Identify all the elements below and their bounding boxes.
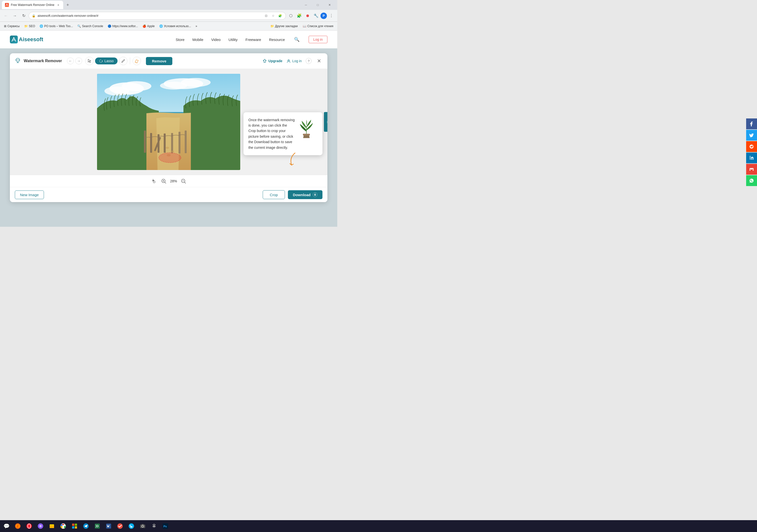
lasso-tool-button[interactable]: Lasso: [95, 58, 117, 65]
svg-rect-21: [303, 134, 310, 135]
tool-card-header: Watermark Remover ← →: [10, 53, 327, 69]
cursor-tool-button[interactable]: [85, 57, 94, 65]
nav-freeware[interactable]: Freeware: [245, 38, 261, 42]
apple-favicon: 🍎: [142, 24, 146, 28]
svg-rect-10: [150, 133, 152, 153]
tool-title-icon: [15, 58, 22, 65]
address-bar[interactable]: 🔒 aiseesoft.com/watermark-remover-online…: [29, 12, 286, 20]
record-button[interactable]: ⏺: [304, 12, 312, 20]
bookmark-search-console[interactable]: 🔍 Search Console: [75, 23, 105, 29]
share-button[interactable]: ⬡: [287, 12, 295, 20]
plant-illustration: [298, 117, 318, 150]
svg-point-18: [170, 151, 174, 153]
remove-button[interactable]: Remove: [146, 57, 172, 65]
zoom-in-button[interactable]: [160, 178, 167, 184]
nav-resource[interactable]: Resource: [269, 38, 285, 42]
nav-utility[interactable]: Utility: [228, 38, 238, 42]
zoom-bar: 28%: [10, 175, 327, 187]
menu-button[interactable]: ⋮: [327, 12, 335, 20]
folder-icon-seo: 📁: [24, 24, 28, 28]
zoom-level: 28%: [170, 179, 177, 183]
bookmark-po-tools[interactable]: 🌐 PO tools – Web Too...: [38, 23, 75, 29]
terms-icon: 🌐: [159, 24, 163, 28]
browser-tab[interactable]: Free Watermark Remover Online ✕: [2, 1, 63, 9]
bookmarks-bar: ⊞ Сервисы 📁 SEO 🌐 PO tools – Web Too... …: [0, 22, 337, 31]
login-button[interactable]: Log in: [309, 36, 327, 43]
close-button[interactable]: ✕: [324, 1, 335, 9]
close-tool-button[interactable]: ✕: [316, 58, 322, 65]
forward-button[interactable]: →: [11, 12, 19, 20]
window-controls: ─ □ ✕: [300, 1, 335, 9]
tab-close-button[interactable]: ✕: [56, 3, 60, 7]
undo-button[interactable]: ←: [67, 58, 74, 65]
svg-point-20: [159, 153, 181, 163]
maximize-button[interactable]: □: [312, 1, 323, 9]
reading-list-icon: 📖: [303, 24, 306, 28]
nav-video[interactable]: Video: [211, 38, 221, 42]
browser-titlebar: Free Watermark Remover Online ✕ + ─ □ ✕: [0, 0, 337, 10]
scroll-right-arrow[interactable]: ›: [324, 112, 327, 132]
logo-icon: [10, 36, 18, 43]
minimize-button[interactable]: ─: [300, 1, 312, 9]
site-nav: Store Mobile Video Utility Freeware Reso…: [175, 36, 327, 43]
cast-icon[interactable]: ⊡: [263, 13, 269, 18]
services-icon: ⊞: [4, 24, 6, 28]
tab-title: Free Watermark Remover Online: [11, 3, 54, 7]
svg-rect-15: [185, 130, 187, 153]
main-content: Watermark Remover ← →: [0, 48, 337, 207]
svg-point-4: [105, 87, 129, 96]
tool-footer: New Image Crop Download: [10, 187, 327, 202]
search-console-icon: 🔍: [77, 24, 81, 28]
new-image-button[interactable]: New Image: [15, 190, 44, 199]
bookmark-terms[interactable]: 🌐 Условия использо...: [157, 23, 193, 29]
star-icon[interactable]: ☆: [270, 13, 276, 18]
lasso-label: Lasso: [105, 59, 113, 63]
browser-toolbar: ← → ↻ 🔒 aiseesoft.com/watermark-remover-…: [0, 10, 337, 22]
tool-login-button[interactable]: Log in: [287, 59, 302, 63]
puzzle-button[interactable]: 🔧: [312, 12, 320, 20]
profile-avatar[interactable]: P: [320, 13, 327, 19]
header-right-actions: Upgrade Log in ? ✕: [262, 58, 322, 65]
bookmark-more[interactable]: »: [194, 23, 199, 29]
page-content: Aiseesoft Store Mobile Video Utility Fre…: [0, 31, 337, 227]
help-button[interactable]: ?: [306, 58, 312, 64]
crop-button[interactable]: Crop: [263, 190, 285, 199]
extensions-icon[interactable]: 🧩: [277, 13, 283, 18]
download-button[interactable]: Download: [288, 190, 322, 199]
back-button[interactable]: ←: [2, 12, 10, 20]
bookmark-other[interactable]: 📁 Другие закладки: [268, 23, 300, 29]
pen-tool-button[interactable]: [119, 57, 127, 65]
zoom-out-button[interactable]: [180, 178, 187, 184]
tab-favicon: [5, 3, 9, 7]
tool-card: Watermark Remover ← →: [10, 53, 327, 202]
softor-icon: 🔵: [108, 24, 111, 28]
upgrade-button[interactable]: Upgrade: [262, 59, 283, 63]
bookmark-services[interactable]: ⊞ Сервисы: [2, 23, 22, 29]
redo-button[interactable]: →: [75, 58, 82, 65]
canvas-area[interactable]: › Once the watermark removing is done, y…: [10, 69, 327, 175]
footer-right-buttons: Crop Download: [263, 190, 322, 199]
divider: [130, 58, 130, 65]
site-logo[interactable]: Aiseesoft: [10, 36, 43, 43]
canvas-image: [97, 74, 240, 170]
new-tab-button[interactable]: +: [64, 1, 71, 8]
upgrade-label: Upgrade: [268, 59, 283, 63]
eraser-tool-button[interactable]: [133, 57, 141, 65]
nav-store[interactable]: Store: [175, 38, 184, 42]
extensions-menu[interactable]: 🧩: [295, 12, 303, 20]
search-button[interactable]: 🔍: [293, 36, 301, 43]
reload-button[interactable]: ↻: [20, 12, 28, 20]
tool-title-group: Watermark Remover: [15, 58, 62, 65]
toolbar-icons: ⬡ 🧩 ⏺ 🔧 P ⋮: [287, 12, 335, 20]
nav-mobile[interactable]: Mobile: [192, 38, 203, 42]
download-label: Download: [293, 193, 311, 197]
svg-point-0: [288, 60, 289, 61]
bookmark-seo[interactable]: 📁 SEO: [22, 23, 37, 29]
pan-tool-button[interactable]: [150, 178, 157, 184]
bookmark-apple[interactable]: 🍎 Apple: [140, 23, 157, 29]
site-header: Aiseesoft Store Mobile Video Utility Fre…: [0, 31, 337, 48]
svg-rect-9: [144, 130, 146, 153]
bookmark-softor[interactable]: 🔵 https://www.softor...: [106, 23, 140, 29]
tool-title-text: Watermark Remover: [24, 59, 62, 63]
bookmark-reading-list[interactable]: 📖 Список для чтения: [301, 23, 335, 29]
